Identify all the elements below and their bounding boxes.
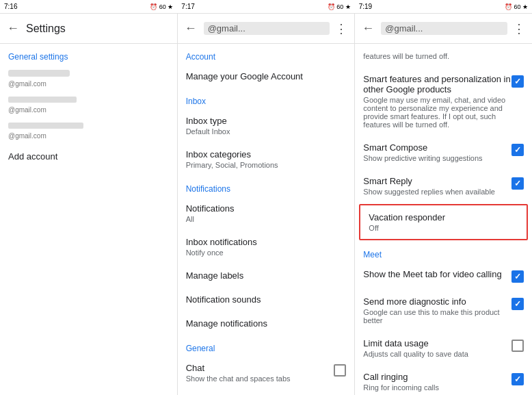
panel3-email-title: @gmail...: [381, 22, 507, 35]
status-bar-1: 7:16 ⏰ 60 ★: [0, 0, 177, 14]
account-section-label: Account: [178, 44, 355, 64]
chat-text: Chat Show the chat and spaces tabs: [186, 363, 334, 383]
icons-2: ⏰ 60 ★: [328, 3, 351, 10]
limit-data-sub: Adjusts call quality to save data: [363, 350, 511, 358]
general-section-label: General: [178, 335, 355, 356]
time-1: 7:16: [4, 3, 17, 10]
smart-features-text: Smart features and personalization in ot…: [363, 74, 511, 129]
smart-compose-checkbox[interactable]: [511, 144, 524, 156]
call-ringing-title: Call ringing: [363, 372, 511, 382]
chat-checkbox[interactable]: [334, 364, 346, 377]
call-ringing-text: Call ringing Ring for incoming calls: [363, 372, 511, 392]
back-arrow-2-icon[interactable]: ←: [185, 21, 197, 36]
meet-tab-text: Show the Meet tab for video calling: [363, 269, 511, 279]
features-turned-off-item: features will be turned off.: [355, 44, 532, 67]
smart-compose-text: Smart Compose Show predictive writing su…: [363, 142, 511, 162]
back-arrow-3-icon[interactable]: ←: [362, 21, 374, 36]
account-item-3[interactable]: @gmail.com: [0, 118, 177, 144]
panel2-header: ← @gmail... ⋮: [178, 14, 355, 44]
limit-data-item[interactable]: Limit data usage Adjusts call quality to…: [355, 331, 532, 365]
icons-1: ⏰ 60 ★: [150, 3, 173, 10]
default-reply-item[interactable]: Default reply action Reply: [178, 390, 355, 395]
status-bar-3: 7:19 ⏰ 60 ★: [355, 0, 532, 14]
back-arrow-icon[interactable]: ←: [7, 21, 19, 36]
diagnostic-info-checkbox[interactable]: [511, 298, 524, 310]
account-email-1: [8, 70, 70, 77]
vacation-responder-text: Vacation responder Off: [369, 212, 518, 232]
smart-reply-sub: Show suggested replies when available: [363, 188, 511, 196]
chat-item[interactable]: Chat Show the chat and spaces tabs: [178, 356, 355, 390]
smart-compose-item[interactable]: Smart Compose Show predictive writing su…: [355, 136, 532, 169]
manage-google-account-title: Manage your Google Account: [186, 71, 347, 81]
inbox-categories-sub: Primary, Social, Promotions: [186, 161, 347, 169]
inbox-categories-item[interactable]: Inbox categories Primary, Social, Promot…: [178, 142, 355, 176]
panel1-header: ← Settings: [0, 14, 177, 44]
panel-more-settings: ← @gmail... ⋮ features will be turned of…: [355, 14, 532, 395]
panel-settings: ← Settings General settings @gmail.com @…: [0, 14, 178, 395]
smart-reply-checkbox[interactable]: [511, 177, 524, 190]
meet-tab-checkbox[interactable]: [511, 270, 524, 283]
smart-reply-text: Smart Reply Show suggested replies when …: [363, 176, 511, 196]
panel-account: ← @gmail... ⋮ Account Manage your Google…: [178, 14, 356, 395]
notification-sounds-item[interactable]: Notification sounds: [178, 288, 355, 311]
inbox-categories-title: Inbox categories: [186, 149, 347, 160]
chat-title: Chat: [186, 363, 334, 373]
smart-features-item[interactable]: Smart features and personalization in ot…: [355, 67, 532, 136]
call-ringing-checkbox[interactable]: [511, 373, 524, 385]
time-3: 7:19: [359, 3, 372, 10]
limit-data-title: Limit data usage: [363, 338, 511, 348]
limit-data-text: Limit data usage Adjusts call quality to…: [363, 338, 511, 358]
notification-sounds-title: Notification sounds: [186, 294, 347, 305]
manage-labels-item[interactable]: Manage labels: [178, 264, 355, 288]
panel2-email-title: @gmail...: [204, 22, 330, 35]
diagnostic-info-sub: Google can use this to make this product…: [363, 308, 511, 324]
time-2: 7:17: [181, 3, 194, 10]
call-ringing-sub: Ring for incoming calls: [363, 383, 511, 392]
smart-features-checkbox[interactable]: [511, 75, 524, 88]
diagnostic-info-title: Send more diagnostic info: [363, 296, 511, 307]
inbox-type-title: Inbox type: [186, 116, 347, 126]
panel1-title: Settings: [26, 23, 170, 35]
vacation-responder-item[interactable]: Vacation responder Off: [359, 204, 528, 240]
meet-tab-item[interactable]: Show the Meet tab for video calling: [355, 262, 532, 290]
smart-compose-title: Smart Compose: [363, 142, 511, 153]
inbox-notifications-sub: Notify once: [186, 249, 347, 257]
icons-3: ⏰ 60 ★: [505, 3, 528, 10]
more-options-2-icon[interactable]: ⋮: [330, 21, 347, 36]
inbox-notifications-item[interactable]: Inbox notifications Notify once: [178, 230, 355, 264]
manage-labels-title: Manage labels: [186, 270, 347, 281]
meet-tab-title: Show the Meet tab for video calling: [363, 269, 511, 279]
general-settings-label: General settings: [0, 44, 177, 64]
vacation-responder-title: Vacation responder: [369, 212, 518, 222]
smart-features-title: Smart features and personalization in ot…: [363, 74, 511, 94]
smart-reply-item[interactable]: Smart Reply Show suggested replies when …: [355, 169, 532, 203]
notifications-item[interactable]: Notifications All: [178, 196, 355, 230]
more-options-3-icon[interactable]: ⋮: [507, 21, 525, 36]
inbox-type-item[interactable]: Inbox type Default Inbox: [178, 109, 355, 142]
call-ringing-item[interactable]: Call ringing Ring for incoming calls: [355, 365, 532, 395]
smart-compose-sub: Show predictive writing suggestions: [363, 154, 511, 162]
panels-container: ← Settings General settings @gmail.com @…: [0, 14, 532, 395]
notifications-title: Notifications: [186, 203, 347, 214]
diagnostic-info-text: Send more diagnostic info Google can use…: [363, 296, 511, 324]
account-item-2[interactable]: @gmail.com: [0, 92, 177, 118]
manage-notifications-item[interactable]: Manage notifications: [178, 311, 355, 335]
notifications-section-label: Notifications: [178, 176, 355, 196]
account-item-1[interactable]: @gmail.com: [0, 64, 177, 92]
smart-features-sub: Google may use my email, chat, and video…: [363, 96, 511, 129]
manage-google-account-item[interactable]: Manage your Google Account: [178, 64, 355, 88]
diagnostic-info-item[interactable]: Send more diagnostic info Google can use…: [355, 290, 532, 331]
manage-notifications-title: Manage notifications: [186, 318, 347, 329]
status-bars: 7:16 ⏰ 60 ★ 7:17 ⏰ 60 ★ 7:19 ⏰ 60 ★: [0, 0, 532, 14]
status-bar-2: 7:17 ⏰ 60 ★: [177, 0, 354, 14]
meet-section-label: Meet: [355, 242, 532, 262]
smart-reply-title: Smart Reply: [363, 176, 511, 186]
limit-data-checkbox[interactable]: [511, 340, 524, 352]
inbox-section-label: Inbox: [178, 88, 355, 109]
features-turned-off-text: features will be turned off.: [363, 52, 524, 60]
vacation-responder-sub: Off: [369, 224, 518, 232]
chat-sub: Show the chat and spaces tabs: [186, 374, 334, 383]
add-account-button[interactable]: Add account: [0, 144, 177, 168]
inbox-notifications-title: Inbox notifications: [186, 237, 347, 247]
notifications-sub: All: [186, 215, 347, 223]
